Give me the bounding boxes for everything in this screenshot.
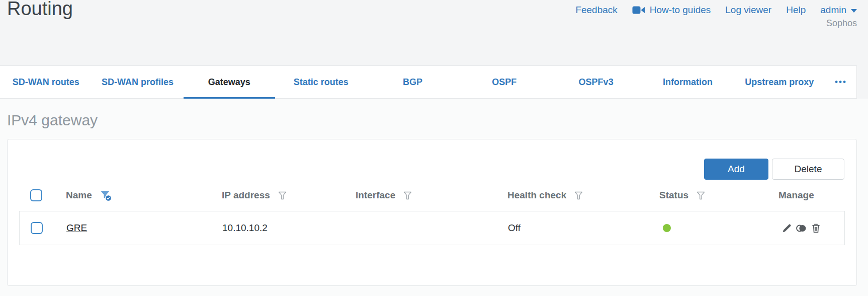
tab-gateways[interactable]: Gateways <box>184 66 275 98</box>
ip-address-cell: 10.10.10.2 <box>222 223 356 234</box>
gateway-name-link[interactable]: GRE <box>66 223 87 234</box>
more-tabs-button[interactable]: ••• <box>825 66 856 98</box>
tab-ospf[interactable]: OSPF <box>459 66 550 98</box>
tab-static-routes[interactable]: Static routes <box>275 66 367 98</box>
user-menu-label: admin <box>820 5 846 16</box>
gateway-panel: Add Delete Name <box>7 139 857 286</box>
filter-icon[interactable] <box>573 190 584 201</box>
select-all-checkbox[interactable] <box>30 189 42 201</box>
header-nav: Feedback How-to guides Log viewer Help a… <box>575 5 857 16</box>
panel-toolbar: Add Delete <box>8 159 844 180</box>
filter-active-icon[interactable] <box>99 189 112 202</box>
howto-guides-label: How-to guides <box>650 5 711 16</box>
edit-icon[interactable] <box>781 223 793 234</box>
chevron-down-icon <box>851 9 857 13</box>
tab-sdwan-profiles[interactable]: SD-WAN profiles <box>92 66 183 98</box>
row-checkbox[interactable] <box>31 222 43 234</box>
table-header: Name IP address <box>8 180 856 211</box>
clone-icon[interactable] <box>796 223 807 234</box>
tab-bar: SD-WAN routes SD-WAN profiles Gateways S… <box>0 65 857 99</box>
user-menu[interactable]: admin <box>820 5 857 16</box>
help-link[interactable]: Help <box>786 5 806 16</box>
ellipsis-icon: ••• <box>835 77 847 87</box>
column-label-ip-address: IP address <box>222 190 270 201</box>
column-label-name: Name <box>66 190 92 201</box>
tab-sdwan-routes[interactable]: SD-WAN routes <box>0 66 92 98</box>
filter-icon[interactable] <box>402 190 413 201</box>
log-viewer-label: Log viewer <box>725 5 771 16</box>
filter-icon[interactable] <box>696 190 706 201</box>
column-label-interface: Interface <box>356 190 395 201</box>
tab-ospfv3[interactable]: OSPFv3 <box>550 66 642 98</box>
health-check-cell: Off <box>508 223 660 234</box>
feedback-link[interactable]: Feedback <box>575 5 617 16</box>
content-area: IPv4 gateway Add Delete Name <box>0 99 868 296</box>
manage-cell <box>781 223 844 234</box>
column-label-manage: Manage <box>778 190 814 201</box>
delete-button[interactable]: Delete <box>772 159 844 180</box>
column-label-status: Status <box>659 190 688 201</box>
tab-upstream-proxy[interactable]: Upstream proxy <box>734 66 825 98</box>
page-header: Routing Feedback How-to guides Log viewe… <box>0 0 868 65</box>
feedback-label: Feedback <box>575 5 617 16</box>
brand-label: Sophos <box>826 18 857 29</box>
add-button[interactable]: Add <box>704 159 768 180</box>
column-label-health-check: Health check <box>507 190 566 201</box>
howto-guides-link[interactable]: How-to guides <box>632 5 711 16</box>
routing-page: Routing Feedback How-to guides Log viewe… <box>0 0 868 296</box>
help-label: Help <box>786 5 806 16</box>
filter-icon[interactable] <box>277 190 288 201</box>
page-title: Routing <box>7 0 73 20</box>
tab-information[interactable]: Information <box>642 66 733 98</box>
section-heading: IPv4 gateway <box>7 112 868 129</box>
trash-icon[interactable] <box>810 223 822 234</box>
status-dot <box>663 224 671 232</box>
table-row: GRE 10.10.10.2 Off <box>19 211 845 245</box>
tab-bgp[interactable]: BGP <box>367 66 458 98</box>
video-camera-icon <box>632 5 645 15</box>
log-viewer-link[interactable]: Log viewer <box>725 5 771 16</box>
